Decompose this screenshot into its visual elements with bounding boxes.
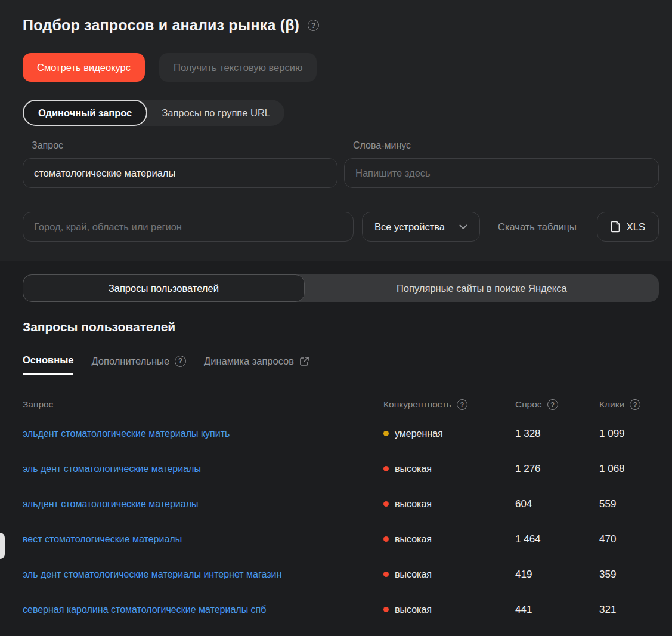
query-link[interactable]: северная каролина стоматологические мате… xyxy=(23,604,278,615)
table-header: Запрос Конкурентность ? Спрос ? Клики ? xyxy=(23,392,659,416)
competition-dot-icon xyxy=(383,572,389,577)
table-row: вест стоматологические материалы высокая… xyxy=(23,521,659,557)
minus-words-label: Слова-минус xyxy=(344,140,659,151)
competition-label: умеренная xyxy=(395,428,443,439)
clicks-value: 470 xyxy=(599,533,659,545)
clicks-value: 359 xyxy=(599,569,659,581)
competition-label: высокая xyxy=(395,464,432,474)
competition-help-icon[interactable]: ? xyxy=(457,399,467,410)
chevron-down-icon xyxy=(459,224,467,230)
filter-row: Все устройства Скачать таблицы XLS xyxy=(23,212,659,242)
query-input[interactable] xyxy=(23,158,337,188)
competition-dot-icon xyxy=(383,536,389,542)
table-row: эльдент стоматологические материалы высо… xyxy=(23,486,659,521)
header-clicks: Клики ? xyxy=(599,399,659,410)
query-mode-tabs: Одиночный запрос Запросы по группе URL xyxy=(23,100,284,126)
minus-words-input[interactable] xyxy=(344,158,659,188)
header-demand-label: Спрос xyxy=(515,399,542,410)
region-input[interactable] xyxy=(23,212,354,242)
demand-value: 1 328 xyxy=(515,428,599,440)
query-link[interactable]: эльдент стоматологические материалы xyxy=(23,499,210,509)
segment-user-queries[interactable]: Запросы пользователей xyxy=(23,274,305,302)
tab-query-dynamics-label: Динамика запросов xyxy=(204,356,294,367)
header-demand: Спрос ? xyxy=(515,399,599,410)
competition-dot-icon xyxy=(383,501,389,507)
clicks-value: 559 xyxy=(599,498,659,510)
clicks-value: 1 068 xyxy=(599,463,659,475)
get-text-version-button[interactable]: Получить текстовую версию xyxy=(159,53,317,82)
competition-dot-icon xyxy=(383,466,389,471)
header-competition-label: Конкурентность xyxy=(383,399,451,410)
query-link[interactable]: эль дент стоматологические материалы инт… xyxy=(23,569,293,579)
xls-button-label: XLS xyxy=(627,221,645,233)
query-link[interactable]: эль дент стоматологические материалы xyxy=(23,464,213,474)
table-row: северная каролина стоматологические мате… xyxy=(23,592,659,627)
competition-dot-icon xyxy=(383,607,389,612)
result-tabs: Основные Дополнительные ? Динамика запро… xyxy=(23,354,659,375)
devices-select-value: Все устройства xyxy=(374,221,445,233)
table-body: эльдент стоматологические материалы купи… xyxy=(23,416,659,627)
title-row: Подбор запросов и анализ рынка (β) ? xyxy=(23,17,659,34)
tab-url-group-queries[interactable]: Запросы по группе URL xyxy=(147,100,284,126)
demand-value: 1 464 xyxy=(515,533,599,545)
queries-table: Запрос Конкурентность ? Спрос ? Клики ? … xyxy=(23,392,659,627)
header-query: Запрос xyxy=(23,399,383,410)
segment-popular-sites[interactable]: Популярные сайты в поиске Яндекса xyxy=(305,274,659,302)
demand-value: 604 xyxy=(515,498,599,510)
results-view-switcher: Запросы пользователей Популярные сайты в… xyxy=(23,274,659,302)
tab-additional-queries-label: Дополнительные xyxy=(91,356,169,367)
competition-cell: высокая xyxy=(383,604,515,615)
competition-cell: высокая xyxy=(383,534,515,545)
query-link[interactable]: вест стоматологические материалы xyxy=(23,534,194,544)
tab-additional-queries[interactable]: Дополнительные ? xyxy=(91,356,186,375)
competition-cell: высокая xyxy=(383,499,515,510)
external-link-icon xyxy=(299,356,309,366)
competition-label: высокая xyxy=(395,499,432,510)
competition-label: высокая xyxy=(395,534,432,545)
tab-single-query[interactable]: Одиночный запрос xyxy=(23,100,147,126)
table-row: эль дент стоматологические материалы инт… xyxy=(23,557,659,592)
demand-value: 419 xyxy=(515,569,599,581)
results-panel: Запросы пользователей Популярные сайты в… xyxy=(0,261,672,636)
demand-value: 1 276 xyxy=(515,463,599,475)
demand-value: 441 xyxy=(515,604,599,616)
tab-query-dynamics[interactable]: Динамика запросов xyxy=(204,356,309,375)
table-row: эльдент стоматологические материалы купи… xyxy=(23,416,659,451)
table-row: эль дент стоматологические материалы выс… xyxy=(23,451,659,486)
query-label: Запрос xyxy=(23,140,337,151)
competition-cell: высокая xyxy=(383,464,515,474)
query-setup-panel: Подбор запросов и анализ рынка (β) ? Смо… xyxy=(0,0,672,261)
additional-help-icon[interactable]: ? xyxy=(175,356,186,367)
competition-label: высокая xyxy=(395,604,432,615)
form-inputs xyxy=(23,158,659,188)
form-labels: Запрос Слова-минус xyxy=(23,140,659,151)
title-help-icon[interactable]: ? xyxy=(308,20,319,31)
header-clicks-label: Клики xyxy=(599,399,624,410)
clicks-value: 321 xyxy=(599,604,659,616)
download-tables-label: Скачать таблицы xyxy=(498,221,577,233)
side-panel-handle[interactable] xyxy=(0,533,5,559)
competition-cell: умеренная xyxy=(383,428,515,439)
header-competition: Конкурентность ? xyxy=(383,399,515,410)
download-xls-button[interactable]: XLS xyxy=(597,212,659,242)
clicks-value: 1 099 xyxy=(599,428,659,440)
clicks-help-icon[interactable]: ? xyxy=(630,399,640,410)
header-query-label: Запрос xyxy=(23,399,53,410)
demand-help-icon[interactable]: ? xyxy=(547,399,558,410)
competition-cell: высокая xyxy=(383,569,515,580)
results-heading: Запросы пользователей xyxy=(23,320,659,334)
devices-select[interactable]: Все устройства xyxy=(362,212,480,242)
tab-main-queries-label: Основные xyxy=(23,354,73,366)
page-title: Подбор запросов и анализ рынка (β) xyxy=(23,17,299,34)
watch-video-course-button[interactable]: Смотреть видеокурс xyxy=(23,53,145,82)
query-link[interactable]: эльдент стоматологические материалы купи… xyxy=(23,428,241,439)
file-download-icon xyxy=(611,221,621,233)
competition-dot-icon xyxy=(383,431,389,436)
actions-row: Смотреть видеокурс Получить текстовую ве… xyxy=(23,53,659,82)
tab-main-queries[interactable]: Основные xyxy=(23,354,73,375)
competition-label: высокая xyxy=(395,569,432,580)
